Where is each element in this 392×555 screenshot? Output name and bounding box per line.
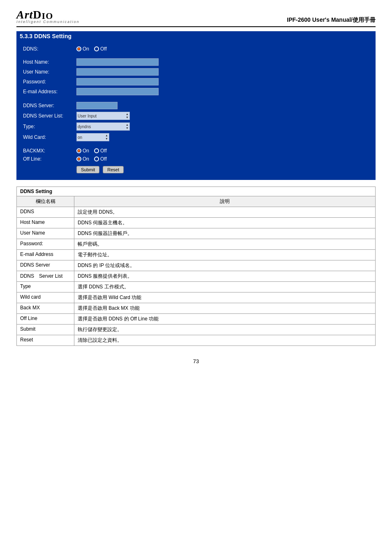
ddns-radio-group: On Off: [76, 46, 107, 52]
submit-button[interactable]: Submit: [76, 166, 99, 173]
backmx-on-label: On: [83, 148, 89, 154]
ddns-server-list-label: DDNS Server List:: [23, 113, 76, 119]
ddns-off-label: Off: [100, 46, 107, 52]
offline-on-radio[interactable]: On: [76, 156, 89, 162]
page-number: 73: [16, 358, 376, 364]
backmx-row: BACKMX: On Off: [23, 148, 369, 154]
offline-off-radio[interactable]: Off: [94, 156, 107, 162]
table-cell-field: Host Name: [17, 218, 74, 228]
manual-title: IPF-2600 User's Manual/使用手冊: [287, 16, 376, 24]
wild-card-select[interactable]: on ▲ ▼: [76, 133, 109, 141]
server-list-spinner[interactable]: ▲ ▼: [126, 113, 129, 119]
table-row: Reset清除已設定之資料。: [17, 335, 376, 346]
table-row: Submit執行儲存變更設定。: [17, 325, 376, 335]
table-cell-field: Wild card: [17, 292, 74, 303]
ddns-server-list-row: DDNS Server List: User Input ▲ ▼: [23, 112, 369, 120]
ddns-off-radio[interactable]: Off: [94, 46, 107, 52]
table-cell-field: Back MX: [17, 303, 74, 314]
table-cell-desc: 選擇是否啟用 Back MX 功能: [74, 303, 376, 314]
table-cell-desc: 帳戶密碼。: [74, 239, 376, 250]
wild-card-row: Wild Card: on ▲ ▼: [23, 133, 369, 141]
table-row: Host NameDDNS 伺服器主機名。: [17, 218, 376, 228]
backmx-off-label: Off: [100, 148, 107, 154]
ddns-form-panel: DDNS: On Off Host Name: User Name: Passw…: [16, 41, 376, 180]
ddns-on-dot[interactable]: [76, 46, 81, 51]
email-label: E-mail Address:: [23, 89, 76, 94]
table-row: Off Line選擇是否啟用 DDNS 的 Off Line 功能: [17, 314, 376, 325]
table-row: User NameDDNS 伺服器註冊帳戶。: [17, 228, 376, 239]
ddns-on-label: On: [83, 46, 89, 52]
table-row: Password:帳戶密碼。: [17, 239, 376, 250]
password-input[interactable]: [76, 78, 159, 85]
logo-area: ArtDIO Intelligent Communication: [16, 8, 80, 24]
type-label: Type:: [23, 124, 76, 129]
table-row: Wild card選擇是否啟用 Wild Card 功能: [17, 292, 376, 303]
table-cell-desc: DDNS 伺服器註冊帳戶。: [74, 228, 376, 239]
col-desc-header: 說明: [74, 196, 376, 207]
user-name-input[interactable]: [76, 68, 159, 76]
table-cell-field: User Name: [17, 228, 74, 239]
offline-off-label: Off: [100, 156, 107, 162]
host-name-label: Host Name:: [23, 59, 76, 65]
type-up-arrow[interactable]: ▲: [126, 123, 129, 127]
form-buttons: Submit Reset: [23, 166, 369, 173]
table-cell-desc: 選擇是否啟用 Wild Card 功能: [74, 292, 376, 303]
offline-off-dot[interactable]: [94, 157, 99, 161]
email-input[interactable]: [76, 88, 159, 95]
table-cell-desc: DDNS 的 IP 位址或域名。: [74, 260, 376, 271]
table-row: DDNS ServerDDNS 的 IP 位址或域名。: [17, 260, 376, 271]
backmx-on-radio[interactable]: On: [76, 148, 89, 154]
ddns-server-list-select[interactable]: User Input ▲ ▼: [76, 112, 130, 120]
table-cell-field: Off Line: [17, 314, 74, 325]
type-down-arrow[interactable]: ▼: [126, 127, 129, 130]
table-row: DDNS設定使用 DDNS。: [17, 207, 376, 218]
offline-on-dot[interactable]: [76, 157, 81, 161]
type-select[interactable]: dyndns ▲ ▼: [76, 122, 130, 131]
table-cell-field: E-mail Address: [17, 250, 74, 260]
backmx-off-radio[interactable]: Off: [94, 148, 107, 154]
section-heading: 5.3.3 DDNS Setting: [16, 31, 376, 41]
table-cell-field: Password:: [17, 239, 74, 250]
table-cell-desc: 電子郵件位址。: [74, 250, 376, 260]
host-name-row: Host Name:: [23, 58, 369, 66]
ddns-off-dot[interactable]: [94, 46, 99, 51]
ddns-server-input[interactable]: [76, 102, 118, 109]
type-value: dyndns: [78, 124, 91, 129]
table-cell-desc: DDNS 服務提供者列表。: [74, 271, 376, 282]
table-cell-desc: 設定使用 DDNS。: [74, 207, 376, 218]
backmx-off-dot[interactable]: [94, 148, 99, 153]
password-label: Password:: [23, 79, 76, 85]
wild-card-spinner[interactable]: ▲ ▼: [105, 134, 108, 140]
ddns-label: DDNS:: [23, 46, 76, 52]
ddns-server-row: DDNS Server:: [23, 102, 369, 109]
server-list-up-arrow[interactable]: ▲: [126, 113, 129, 116]
ddns-server-list-value: User Input: [78, 114, 97, 118]
user-name-label: User Name:: [23, 69, 76, 75]
logo-dio-text: DIO: [33, 8, 53, 21]
ddns-on-radio[interactable]: On: [76, 46, 89, 52]
table-cell-field: DDNS: [17, 207, 74, 218]
wild-card-label: Wild Card:: [23, 134, 76, 140]
host-name-input[interactable]: [76, 58, 159, 66]
table-row: Back MX選擇是否啟用 Back MX 功能: [17, 303, 376, 314]
offline-on-label: On: [83, 156, 89, 162]
server-list-down-arrow[interactable]: ▼: [126, 116, 129, 119]
type-row: Type: dyndns ▲ ▼: [23, 122, 369, 131]
email-row: E-mail Address:: [23, 88, 369, 95]
password-row: Password:: [23, 78, 369, 85]
wild-card-down-arrow[interactable]: ▼: [105, 137, 108, 140]
table-cell-desc: 選擇是否啟用 DDNS 的 Off Line 功能: [74, 314, 376, 325]
type-spinner[interactable]: ▲ ▼: [126, 123, 129, 130]
backmx-on-dot[interactable]: [76, 148, 81, 153]
table-row: Type選擇 DDNS 工作模式。: [17, 282, 376, 292]
reset-button[interactable]: Reset: [103, 166, 124, 173]
offline-radio-group: On Off: [76, 156, 107, 162]
offline-label: Off Line:: [23, 156, 76, 162]
col-field-header: 欄位名稱: [17, 196, 74, 207]
info-table: DDNS Setting 欄位名稱 說明 DDNS設定使用 DDNS。Host …: [16, 187, 376, 346]
wild-card-up-arrow[interactable]: ▲: [105, 134, 108, 137]
table-row: DDNS Server ListDDNS 服務提供者列表。: [17, 271, 376, 282]
user-name-row: User Name:: [23, 68, 369, 76]
table-cell-field: Submit: [17, 325, 74, 335]
logo-subtitle: Intelligent Communication: [16, 20, 80, 24]
